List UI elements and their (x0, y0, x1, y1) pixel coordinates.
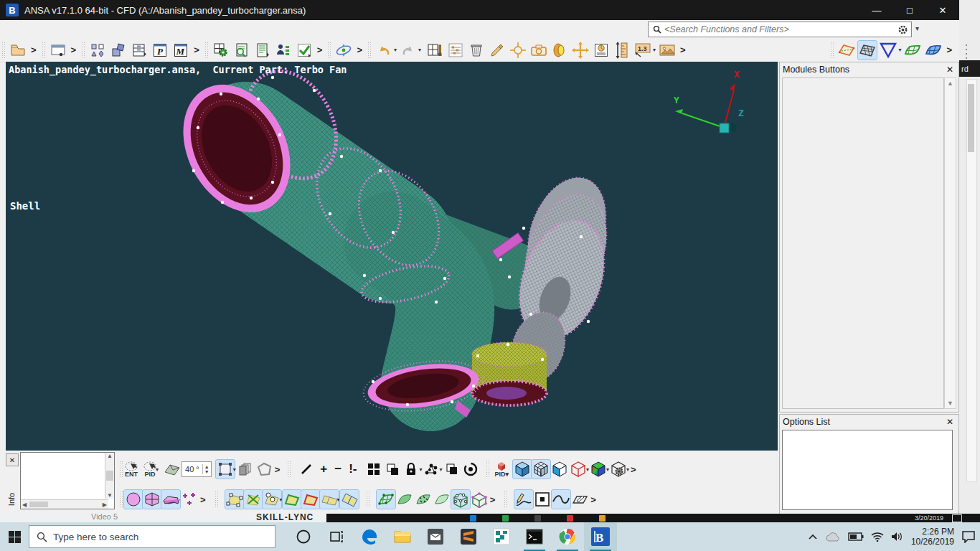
modules-close-icon[interactable]: ✕ (944, 65, 956, 75)
toolbar-grip[interactable] (486, 461, 489, 478)
surface-mesh-points-icon[interactable] (377, 490, 395, 509)
more-curve-icons[interactable]: > (589, 494, 598, 505)
settings-table-icon[interactable] (212, 41, 230, 60)
plane-sketch-icon[interactable] (570, 490, 589, 509)
message-hscroll[interactable]: ◀▶ (21, 499, 108, 509)
start-button[interactable] (0, 522, 29, 551)
toolbar-grip[interactable] (215, 491, 218, 508)
redo-icon[interactable] (399, 41, 418, 60)
edge-icon[interactable] (353, 522, 386, 551)
entity-manager-icon[interactable] (88, 41, 107, 60)
toolbar-grip[interactable] (327, 42, 331, 59)
more-view-icons[interactable]: > (355, 44, 364, 55)
task-view-icon[interactable] (320, 522, 353, 551)
scroll-down-icon[interactable]: ▼ (947, 400, 953, 407)
settings-sliders-icon[interactable] (446, 41, 465, 60)
toolbar-grip[interactable] (504, 491, 507, 508)
background-scrollbar[interactable] (966, 79, 977, 482)
toolbar-grip[interactable] (366, 491, 369, 508)
script-editor-icon[interactable] (253, 41, 272, 60)
view-settings-cube[interactable] (609, 460, 628, 479)
selection-box-icon[interactable] (216, 460, 235, 479)
toolbar-grip[interactable] (830, 42, 834, 59)
pid-color-cube[interactable]: PID▾ (495, 461, 509, 478)
orientation-icon[interactable] (334, 41, 353, 60)
undo-icon[interactable] (374, 41, 393, 60)
taskbar-search-input[interactable]: Type here to search (29, 525, 275, 548)
more-managers-icon[interactable]: > (192, 44, 201, 55)
more-window-tools-icon[interactable]: > (70, 44, 78, 55)
toolbar-grip[interactable] (42, 42, 45, 59)
surface-solid-icon[interactable] (395, 490, 414, 509)
volume-hotpoints-icon[interactable] (470, 490, 489, 509)
volume-icon[interactable] (891, 532, 904, 542)
parts-manager-icon[interactable] (109, 41, 128, 60)
info-tab[interactable]: Info (6, 485, 17, 514)
shaded-view-cube[interactable] (513, 460, 532, 479)
quality-shading-cube[interactable] (589, 460, 608, 479)
remove-minus-icon[interactable]: − (331, 462, 345, 476)
wifi-icon[interactable] (871, 532, 884, 542)
face-red-edge-icon[interactable] (301, 490, 320, 509)
toolbar-grip[interactable] (119, 491, 123, 508)
toolbar-grip[interactable] (1, 42, 5, 59)
chrome-icon[interactable] (551, 522, 584, 551)
toolbar-grip[interactable] (287, 461, 291, 478)
graph-dropdown-icon[interactable]: ▾ (439, 466, 442, 473)
record-center-icon[interactable] (461, 460, 480, 479)
shaded-mesh-icon[interactable] (858, 41, 877, 60)
more-utility-icons[interactable]: > (316, 44, 324, 55)
face-tilted-pair-icon[interactable] (340, 490, 359, 509)
delete-icon[interactable] (467, 41, 486, 60)
cleanup-brush-icon[interactable] (488, 41, 507, 60)
close-button[interactable]: ✕ (926, 0, 959, 20)
cortana-icon[interactable] (287, 522, 320, 551)
connectivity-graph-icon[interactable] (422, 460, 440, 479)
focus-target-icon[interactable] (509, 41, 527, 60)
green-surface-mesh-icon[interactable] (903, 41, 922, 60)
search-dropdown-icon[interactable]: ▾ (915, 24, 919, 32)
ansa-taskbar-icon[interactable]: B (584, 522, 617, 551)
shaded-mesh-view-cube[interactable] (532, 460, 550, 479)
select-entity-mode[interactable]: ENT (124, 461, 138, 478)
angle-spinner[interactable]: 40 °▲▼ (182, 461, 212, 477)
wireframe-cube[interactable] (569, 460, 588, 479)
face-points-icon[interactable] (225, 490, 244, 509)
angle-up-icon[interactable]: ▲ (204, 464, 209, 469)
onedrive-icon[interactable] (825, 532, 841, 542)
topo-wedge-icon[interactable] (161, 490, 180, 509)
macro-faces-icon[interactable] (837, 41, 856, 60)
redo-dropdown-icon[interactable]: ▾ (418, 47, 421, 53)
checks-icon[interactable] (295, 41, 314, 60)
gear-icon[interactable] (897, 24, 908, 35)
tray-chevron-icon[interactable] (808, 533, 818, 540)
topo-split-solid-icon[interactable] (143, 490, 161, 509)
select-pid-mode[interactable]: PID (143, 461, 157, 478)
spotlight-icon[interactable] (550, 41, 569, 60)
face-pair-icon[interactable] (320, 490, 339, 509)
minimize-button[interactable]: — (860, 0, 893, 20)
more-topo-icons[interactable]: > (199, 494, 207, 505)
skill-lync-app-icon[interactable] (485, 522, 518, 551)
hotpoints-add-icon[interactable] (180, 490, 199, 509)
more-tools-icon[interactable]: > (679, 44, 687, 55)
wireframe-triangle-icon[interactable] (879, 41, 897, 60)
hidden-line-cube[interactable] (550, 460, 569, 479)
more-file-tools-icon[interactable]: > (29, 44, 38, 55)
more-display-icons[interactable]: > (945, 44, 953, 55)
more-selection-icons[interactable]: > (273, 464, 282, 475)
image-viewer-icon[interactable] (658, 41, 677, 60)
layers-icon[interactable] (236, 460, 255, 479)
materials-icon[interactable]: M (171, 41, 190, 60)
select-mode-dropdown-icon[interactable]: ▾ (156, 466, 159, 473)
toolbar-grip[interactable] (81, 42, 85, 59)
undo-dropdown-icon[interactable]: ▾ (394, 47, 397, 53)
spline-pen-icon[interactable] (514, 490, 533, 509)
taskbar-clock[interactable]: 2:26 PM 10/26/2019 (911, 527, 954, 547)
maximize-button[interactable]: □ (893, 0, 926, 20)
action-center-icon[interactable] (961, 530, 976, 543)
sublime-text-icon[interactable] (452, 522, 485, 551)
database-browser-icon[interactable] (130, 41, 149, 60)
search-input[interactable]: <Search Functions and Filters> (648, 22, 912, 37)
measure-ruler-icon[interactable] (613, 41, 631, 60)
